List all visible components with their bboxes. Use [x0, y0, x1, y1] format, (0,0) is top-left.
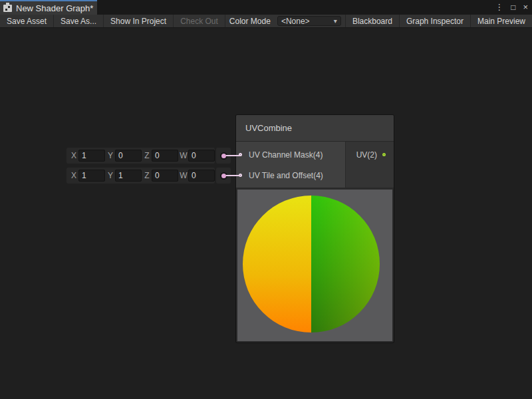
color-mode-label: Color Mode	[229, 15, 277, 27]
uvcombine-node[interactable]: UVCombine UV Channel Mask(4) UV Tile and…	[236, 115, 394, 342]
kebab-menu-icon[interactable]: ⋮	[495, 0, 503, 15]
close-icon[interactable]: ×	[523, 0, 528, 15]
save-as-button[interactable]: Save As...	[54, 15, 104, 27]
window-controls: ⋮ □ ×	[495, 0, 528, 15]
output-port-row-uv: UV(2)	[346, 144, 394, 165]
chevron-down-icon: ▾	[334, 17, 337, 25]
vector4-w-field[interactable]: 0	[188, 150, 215, 162]
maximize-icon[interactable]: □	[511, 0, 515, 15]
input-port-label: UV Tile and Offset(4)	[249, 171, 323, 180]
input-port-row-tile-offset: UV Tile and Offset(4)	[236, 165, 345, 186]
edge-wire-channel-mask[interactable]	[226, 155, 240, 156]
node-header[interactable]: UVCombine	[236, 115, 394, 142]
vector4-x-field[interactable]: 1	[78, 170, 105, 182]
axis-x-label[interactable]: X	[69, 171, 78, 180]
preview-sphere-left-half	[243, 196, 311, 332]
axis-w-label[interactable]: W	[179, 171, 188, 180]
axis-w-label[interactable]: W	[179, 151, 188, 160]
vector4-w-field[interactable]: 0	[188, 170, 215, 182]
vector4-x-field[interactable]: 1	[78, 150, 105, 162]
preview-sphere-right-half	[311, 196, 380, 332]
check-out-button: Check Out	[174, 15, 225, 27]
node-ports-section: UV Channel Mask(4) UV Tile and Offset(4)…	[236, 142, 394, 188]
shader-graph-window: New Shader Graph* ⋮ □ × Save Asset Save …	[0, 0, 532, 399]
output-port-label: UV(2)	[356, 150, 377, 160]
node-input-column: UV Channel Mask(4) UV Tile and Offset(4)	[236, 142, 345, 188]
uv-preview-sphere	[243, 196, 380, 332]
node-preview-area	[237, 190, 392, 341]
axis-x-label[interactable]: X	[69, 151, 78, 160]
axis-y-label[interactable]: Y	[106, 151, 115, 160]
blackboard-toggle-button[interactable]: Blackboard	[345, 15, 399, 27]
graph-canvas[interactable]: X1 Y0 Z0 W0 X1 Y1 Z0 W0 UVCombine	[0, 29, 532, 399]
tab-bar: New Shader Graph* ⋮ □ ×	[0, 0, 532, 15]
node-output-column: UV(2)	[346, 142, 394, 188]
axis-y-label[interactable]: Y	[106, 171, 115, 180]
tab-title: New Shader Graph*	[16, 3, 93, 13]
node-title: UVCombine	[245, 123, 292, 133]
output-port-vector2-icon[interactable]	[382, 153, 386, 156]
toolbar: Save Asset Save As... Show In Project Ch…	[0, 15, 532, 28]
vector4-z-field[interactable]: 0	[152, 170, 178, 182]
vector4-z-field[interactable]: 0	[152, 150, 178, 162]
tab-new-shader-graph[interactable]: New Shader Graph*	[0, 0, 97, 15]
vector4-port-dot[interactable]	[221, 154, 226, 158]
color-mode-value: <None>	[281, 17, 334, 26]
vector4-input-row-2: X1 Y1 Z0 W0	[66, 168, 215, 184]
vector4-y-field[interactable]: 0	[115, 150, 142, 162]
color-mode-dropdown[interactable]: <None> ▾	[277, 16, 341, 26]
edge-wire-tile-offset[interactable]	[226, 175, 240, 176]
vector4-port-dot[interactable]	[221, 174, 226, 178]
vector4-input-row-1: X1 Y0 Z0 W0	[66, 148, 215, 164]
main-preview-toggle-button[interactable]: Main Preview	[470, 15, 532, 27]
axis-z-label[interactable]: Z	[142, 171, 152, 180]
input-port-row-channel-mask: UV Channel Mask(4)	[236, 144, 345, 165]
save-asset-button[interactable]: Save Asset	[0, 15, 54, 27]
shader-graph-asset-icon	[3, 5, 12, 12]
show-in-project-button[interactable]: Show In Project	[104, 15, 174, 27]
input-port-label: UV Channel Mask(4)	[249, 150, 323, 160]
axis-z-label[interactable]: Z	[142, 151, 152, 160]
graph-inspector-toggle-button[interactable]: Graph Inspector	[399, 15, 470, 27]
vector4-y-field[interactable]: 1	[115, 170, 142, 182]
